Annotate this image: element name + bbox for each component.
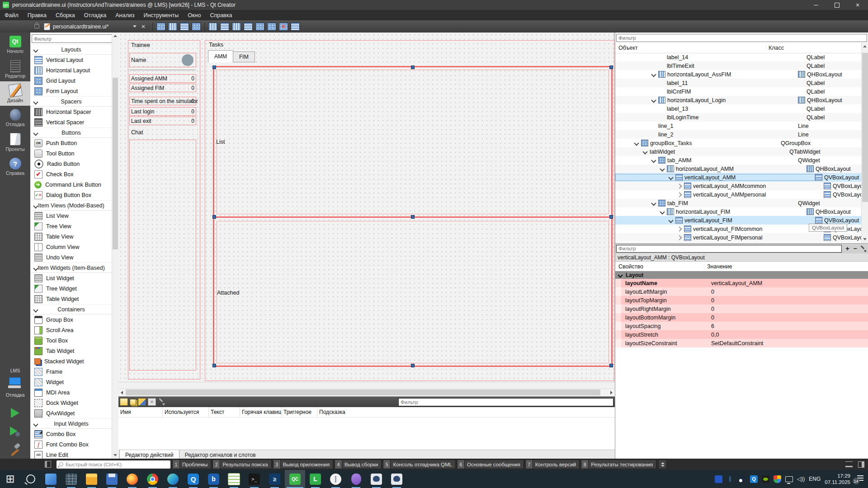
tree-row-horizontalLayout_AMM[interactable]: horizontalLayout_AMMQHBoxLayout [615,164,861,173]
progress-icon[interactable] [845,461,853,467]
menu-debug[interactable]: Отладка [80,10,111,20]
mode-welcome[interactable]: QtНачало [0,33,30,57]
layout-vertical-splitter-icon[interactable] [244,23,253,31]
expand-slot[interactable] [651,202,656,205]
layout-grid-icon[interactable] [267,23,276,31]
property-row-layoutLeftMargin[interactable]: layoutLeftMargin0 [615,287,868,296]
tree-row-groupBox_Tasks[interactable]: groupBox_TasksQGroupBox [615,139,861,147]
widget-item-scroll-area[interactable]: Scroll Area [30,325,112,335]
widget-item-widget[interactable]: Widget [30,377,112,387]
resize-handle[interactable] [212,66,216,69]
widget-item-table-widget[interactable]: Table Widget [30,294,112,304]
widget-item-command-link-button[interactable]: ➜Command Link Button [30,179,112,190]
notepad-app[interactable] [224,470,244,488]
search-button[interactable] [20,470,41,488]
widget-filter-input[interactable] [32,34,113,43]
tree-row-label_11[interactable]: label_11QLabel [615,79,861,87]
widget-item-horizontal-layout[interactable]: Horizontal Layout [30,65,112,75]
expand-slot[interactable] [659,167,665,171]
selected-layout-rect[interactable]: List Attached [213,66,613,367]
object-filter-input[interactable] [616,34,867,42]
layout-property-group[interactable]: Layout [615,271,868,279]
action-table-body[interactable] [118,418,615,450]
debug-run-button[interactable] [10,427,20,436]
property-value[interactable]: verticalLayout_AMM [708,280,868,286]
trainee-field-4[interactable]: Last exit0 [129,117,196,125]
expand-slot[interactable] [676,193,682,197]
maximize-button[interactable] [826,0,847,10]
terminal[interactable]: >_ [244,470,264,488]
sidebar-toggle-icon[interactable] [45,461,51,468]
panel-button-8[interactable]: 8Результаты тестирования [581,460,656,469]
expand-slot[interactable] [668,176,674,179]
property-value[interactable]: 0 [708,297,868,304]
property-filter-input[interactable] [616,245,842,253]
layout-horizontal-splitter-icon[interactable] [232,23,241,31]
attached-layout-rect[interactable] [217,221,609,363]
bottom-tab-actions[interactable]: Редактор действий [119,450,179,460]
tasks-group-box[interactable]: Tasks AMMFIM List Attached [205,40,614,381]
qt-creator[interactable]: QC [285,470,305,488]
minimize-button[interactable] [806,0,826,10]
property-row-layoutSpacing[interactable]: layoutSpacing6 [615,322,868,330]
close-button[interactable] [847,0,868,10]
edit-buddies-icon[interactable] [180,23,189,31]
trainee-field-3[interactable]: Last login0 [129,107,196,116]
volume-tray-icon[interactable]: ◁)) [797,475,805,483]
scroll-up-icon[interactable] [863,45,867,47]
widget-item-table-view[interactable]: Table View [30,231,112,242]
expand-slot[interactable] [676,184,682,188]
mode-editor[interactable]: Редактор [0,57,30,81]
document-selector[interactable]: personalcardtrainee.ui* [44,23,137,30]
widget-item-list-widget[interactable]: List Widget [30,273,112,283]
widget-item-grid-layout[interactable]: Grid Layout [30,75,112,86]
tree-row-tab_FIM[interactable]: tab_FIMQWidget [615,199,861,207]
expand-slot[interactable] [659,210,665,214]
property-value[interactable]: 0,0 [708,332,868,338]
widget-item-group-box[interactable]: Group Box [30,314,112,325]
menu-window[interactable]: Окно [183,10,205,20]
name-layout-box[interactable]: Name [129,53,196,67]
calculator-app[interactable] [61,470,81,488]
property-row-layoutRightMargin[interactable]: layoutRightMargin0 [615,305,868,313]
tree-row-horizontalLayout_FIM[interactable]: horizontalLayout_FIMQHBoxLayout [615,207,861,216]
paste-action-icon[interactable] [138,398,146,406]
powershell[interactable]: ≥ [264,470,285,488]
widget-item-combo-box[interactable]: Combo Box [30,429,112,439]
widget-item-dock-widget[interactable]: Dock Widget [30,398,112,408]
tree-row-label_13[interactable]: label_13QLabel [615,104,861,113]
firefox[interactable] [122,470,142,488]
widget-item-list-view[interactable]: List View [30,211,112,221]
property-value[interactable]: 0 [708,314,868,321]
trainee-group-box[interactable]: Trainee Name Assigned AMM0Assigned FIM0T… [128,40,200,380]
edge[interactable] [163,470,183,488]
notification-center[interactable]: 14 [854,475,863,483]
tree-row-lblLoginTime[interactable]: lblLoginTimeQLabel [615,113,861,122]
close-document-icon[interactable]: ✕ [137,23,150,30]
bottom-tab-signals-slots[interactable]: Редактор сигналов и слотов [179,450,261,459]
mode-help[interactable]: ?Справка [0,155,30,179]
widget-item-column-view[interactable]: Column View [30,242,112,252]
action-column-4[interactable]: Триггерное [282,407,317,417]
tree-row-lblCntFIM[interactable]: lblCntFIMQLabel [615,87,861,96]
chat-box[interactable] [129,140,196,371]
purple-app[interactable] [346,470,366,488]
widget-item-vertical-layout[interactable]: Vertical Layout [30,55,112,65]
tree-row-horizontalLayout_Login[interactable]: horizontalLayout_LoginQHBoxLayout [615,96,861,104]
tree-row-horizontalLayout_AssFIM[interactable]: horizontalLayout_AssFIMQHBoxLayout [615,70,861,79]
scroll-down-icon[interactable] [113,454,117,456]
canvas-horizontal-scrollbar[interactable] [118,389,615,396]
widget-box-scrollbar[interactable] [112,33,118,459]
expand-slot[interactable] [676,236,682,239]
layout-form-icon[interactable] [255,23,264,31]
property-row-layoutTopMargin[interactable]: layoutTopMargin0 [615,296,868,305]
expand-slot[interactable] [668,219,674,222]
tab-fim[interactable]: FIM [233,52,255,62]
trainee-field-2[interactable]: Time spent on the simulator0 [129,97,196,105]
layout-horizontal-icon[interactable] [208,23,217,31]
panel-button-7[interactable]: 7Контроль версий [525,460,580,469]
property-value[interactable]: 0 [708,306,868,312]
file-explorer[interactable] [81,470,102,488]
chrome[interactable] [142,470,163,488]
panel-button-4[interactable]: 4Вывод сборки [335,460,382,469]
